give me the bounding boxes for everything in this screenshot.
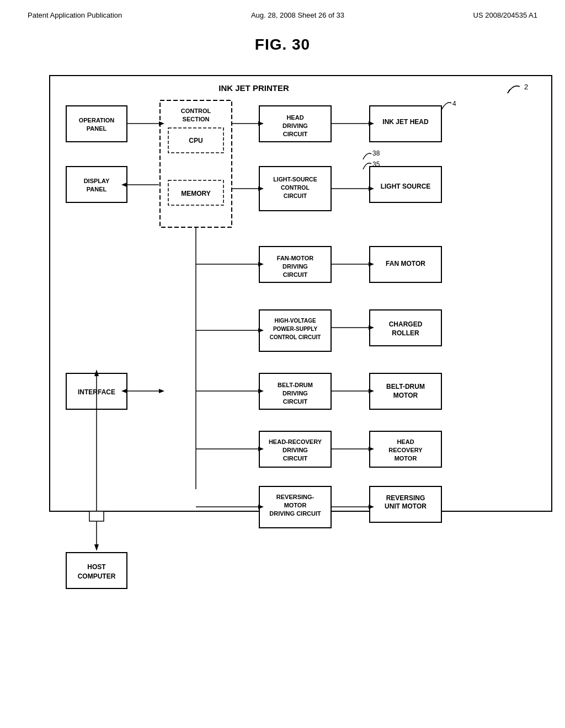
svg-rect-11 xyxy=(66,106,127,142)
svg-text:LIGHT-SOURCE: LIGHT-SOURCE xyxy=(273,176,317,183)
svg-text:DRIVING: DRIVING xyxy=(282,263,308,270)
svg-text:HEAD: HEAD xyxy=(286,114,303,121)
svg-text:CONTROL: CONTROL xyxy=(181,108,211,114)
svg-text:CONTROL CIRCUIT: CONTROL CIRCUIT xyxy=(270,334,321,340)
svg-text:2: 2 xyxy=(524,83,528,91)
svg-text:OPERATION: OPERATION xyxy=(79,117,115,124)
svg-rect-14 xyxy=(66,167,127,202)
svg-text:HEAD: HEAD xyxy=(397,438,414,445)
svg-text:DRIVING: DRIVING xyxy=(282,390,308,397)
page: Patent Application Publication Aug. 28, … xyxy=(0,0,565,728)
svg-text:RECOVERY: RECOVERY xyxy=(388,447,423,453)
svg-text:PANEL: PANEL xyxy=(87,186,107,192)
svg-text:LIGHT SOURCE: LIGHT SOURCE xyxy=(381,183,431,190)
svg-text:INK JET PRINTER: INK JET PRINTER xyxy=(218,83,289,93)
svg-text:DRIVING CIRCUIT: DRIVING CIRCUIT xyxy=(269,510,321,517)
svg-text:DISPLAY: DISPLAY xyxy=(84,178,110,184)
svg-text:FAN-MOTOR: FAN-MOTOR xyxy=(277,255,313,261)
svg-text:REVERSING-: REVERSING- xyxy=(276,494,315,500)
svg-text:DRIVING: DRIVING xyxy=(282,447,308,453)
svg-text:MOTOR: MOTOR xyxy=(393,392,418,399)
svg-text:MOTOR: MOTOR xyxy=(395,455,417,462)
svg-text:ROLLER: ROLLER xyxy=(392,329,419,337)
svg-text:CONTROL: CONTROL xyxy=(281,184,310,191)
svg-text:FAN MOTOR: FAN MOTOR xyxy=(386,260,425,267)
header-center: Aug. 28, 2008 Sheet 26 of 33 xyxy=(251,11,344,19)
svg-text:SECTION: SECTION xyxy=(183,116,210,122)
svg-text:MEMORY: MEMORY xyxy=(181,190,211,197)
svg-marker-107 xyxy=(94,544,99,551)
svg-text:COMPUTER: COMPUTER xyxy=(78,572,116,580)
svg-text:CHARGED: CHARGED xyxy=(389,320,423,328)
svg-text:DRIVING: DRIVING xyxy=(282,122,308,129)
svg-text:38: 38 xyxy=(372,149,380,157)
svg-text:CIRCUIT: CIRCUIT xyxy=(283,455,308,462)
page-header: Patent Application Publication Aug. 28, … xyxy=(22,11,543,19)
svg-text:4: 4 xyxy=(452,100,456,108)
svg-text:CIRCUIT: CIRCUIT xyxy=(283,271,308,278)
header-right: US 2008/204535 A1 xyxy=(473,11,537,19)
svg-text:INK JET HEAD: INK JET HEAD xyxy=(382,118,429,126)
svg-text:BELT-DRUM: BELT-DRUM xyxy=(386,383,425,390)
svg-text:UNIT MOTOR: UNIT MOTOR xyxy=(385,502,427,510)
fig-title: FIG. 30 xyxy=(22,36,543,53)
svg-text:POWER-SUPPLY: POWER-SUPPLY xyxy=(273,326,318,332)
svg-text:HOST: HOST xyxy=(87,563,106,571)
svg-text:HEAD-RECOVERY: HEAD-RECOVERY xyxy=(269,438,322,445)
svg-text:CPU: CPU xyxy=(189,137,202,144)
header-left: Patent Application Publication xyxy=(28,11,122,19)
diagram-svg: INK JET PRINTER 2 CONTROL SECTION CPU ME… xyxy=(44,70,563,594)
svg-text:PANEL: PANEL xyxy=(87,125,107,132)
svg-text:CIRCUIT: CIRCUIT xyxy=(283,398,308,405)
svg-text:MOTOR: MOTOR xyxy=(284,502,307,508)
svg-text:CIRCUIT: CIRCUIT xyxy=(283,131,308,137)
svg-text:HIGH-VOLTAGE: HIGH-VOLTAGE xyxy=(274,318,316,324)
svg-text:BELT-DRUM: BELT-DRUM xyxy=(278,382,313,388)
svg-rect-108 xyxy=(89,511,104,521)
svg-text:REVERSING: REVERSING xyxy=(386,494,425,502)
svg-text:CIRCUIT: CIRCUIT xyxy=(284,192,307,199)
